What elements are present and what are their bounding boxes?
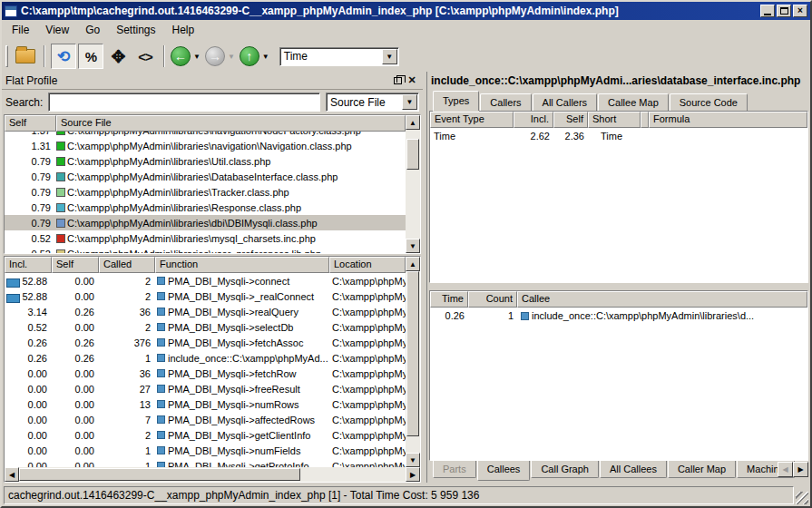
function-table-hscrollbar[interactable]: ◀ ▶ bbox=[5, 467, 420, 482]
chevron-down-icon[interactable]: ▼ bbox=[402, 94, 417, 110]
column-header-count[interactable]: Count bbox=[468, 291, 517, 308]
resize-grip-icon[interactable] bbox=[796, 492, 808, 504]
source-file-row[interactable]: 0.79C:\xampp\phpMyAdmin\libraries\Util.c… bbox=[5, 153, 406, 169]
column-header-function[interactable]: Function bbox=[155, 257, 329, 273]
tab-types[interactable]: Types bbox=[433, 91, 479, 111]
event-type-select[interactable]: Time ▼ bbox=[279, 47, 399, 66]
function-table-vscrollbar[interactable]: ▲ ▼ bbox=[406, 257, 420, 467]
column-header-time[interactable]: Time bbox=[430, 291, 468, 308]
column-header-empty[interactable] bbox=[641, 112, 649, 128]
source-file-row[interactable]: 1.37C:\xampp\phpMyAdmin\libraries\naviga… bbox=[5, 132, 406, 138]
function-row[interactable]: 0.000.007PMA_DBI_Mysqli->affectedRowsC:\… bbox=[5, 412, 406, 427]
scrollbar-thumb[interactable] bbox=[19, 468, 300, 481]
types-table: Event Type Incl. Self Short Formula Time… bbox=[429, 111, 808, 283]
column-header-self[interactable]: Self bbox=[5, 115, 56, 132]
function-row[interactable]: 0.260.261include_once::C:\xampp\phpMyAd.… bbox=[5, 350, 406, 366]
scroll-down-icon[interactable]: ▼ bbox=[406, 453, 420, 467]
tab-callee-map[interactable]: Callee Map bbox=[598, 93, 669, 111]
scrollbar-thumb[interactable] bbox=[406, 271, 419, 436]
float-panel-button[interactable] bbox=[390, 74, 405, 87]
forward-dropdown-arrow-icon: ▼ bbox=[228, 53, 235, 61]
tab-callees[interactable]: Callees bbox=[477, 461, 531, 481]
reload-button[interactable]: ⟲ bbox=[51, 44, 76, 69]
tab-caller-map[interactable]: Caller Map bbox=[668, 461, 736, 478]
function-row[interactable]: 52.880.002PMA_DBI_Mysqli->_realConnectC:… bbox=[5, 288, 406, 304]
scrollbar-track[interactable] bbox=[300, 467, 406, 482]
function-row[interactable]: 0.000.002PMA_DBI_Mysqli->getClientInfoC:… bbox=[5, 427, 406, 443]
self-cost-cell: 0.79 bbox=[5, 171, 56, 182]
up-dropdown-arrow-icon[interactable]: ▼ bbox=[262, 53, 269, 61]
source-file-row[interactable]: 0.79C:\xampp\phpMyAdmin\libraries\Tracke… bbox=[5, 184, 406, 200]
cost-bar-icon bbox=[6, 278, 20, 288]
menu-settings[interactable]: Settings bbox=[108, 21, 163, 39]
column-header-event-type[interactable]: Event Type bbox=[430, 112, 514, 128]
function-row[interactable]: 0.000.0036PMA_DBI_Mysqli->fetchRowC:\xam… bbox=[5, 366, 406, 381]
function-row[interactable]: 3.140.2636PMA_DBI_Mysqli->realQueryC:\xa… bbox=[5, 304, 406, 319]
function-row[interactable]: 0.000.0027PMA_DBI_Mysqli->freeResultC:\x… bbox=[5, 381, 406, 396]
types-table-row[interactable]: Time 2.62 2.36 Time bbox=[430, 128, 807, 144]
function-name: PMA_DBI_Mysqli->affectedRows bbox=[168, 415, 315, 425]
cycle-detection-button[interactable]: <> bbox=[132, 44, 158, 69]
group-by-select[interactable]: Source File ▼ bbox=[326, 93, 419, 112]
tab-source-code[interactable]: Source Code bbox=[670, 93, 748, 111]
self-cost-cell: 1.31 bbox=[5, 141, 56, 151]
tab-all-callees[interactable]: All Callees bbox=[600, 461, 667, 478]
source-file-row[interactable]: 1.31C:\xampp\phpMyAdmin\libraries\naviga… bbox=[5, 138, 406, 153]
menu-go[interactable]: Go bbox=[77, 21, 108, 39]
up-button[interactable]: ↑ bbox=[240, 46, 259, 66]
scrollbar-track[interactable] bbox=[406, 170, 420, 239]
column-header-incl[interactable]: Incl. bbox=[5, 257, 52, 273]
search-input[interactable] bbox=[48, 93, 320, 112]
back-dropdown-arrow-icon[interactable]: ▼ bbox=[193, 53, 201, 61]
column-header-location[interactable]: Location bbox=[329, 257, 406, 273]
source-file-row[interactable]: 0.79C:\xampp\phpMyAdmin\libraries\dbi\DB… bbox=[5, 215, 406, 230]
menu-view[interactable]: View bbox=[37, 21, 77, 39]
function-row[interactable]: 0.000.001PMA_DBI_Mysqli->numFieldsC:\xam… bbox=[5, 443, 406, 458]
scroll-left-icon[interactable]: ◀ bbox=[5, 467, 19, 482]
tab-call-graph[interactable]: Call Graph bbox=[531, 461, 599, 478]
function-name: PMA_DBI_Mysqli->fetchRow bbox=[168, 368, 297, 379]
column-header-called[interactable]: Called bbox=[99, 257, 155, 273]
file-path: C:\xampp\phpMyAdmin\libraries\DatabaseIn… bbox=[67, 171, 338, 182]
tab-all-callers[interactable]: All Callers bbox=[533, 93, 598, 111]
function-row[interactable]: 52.880.002PMA_DBI_Mysqli->connectC:\xamp… bbox=[5, 273, 406, 288]
scroll-right-icon[interactable]: ▶ bbox=[406, 467, 420, 482]
function-row[interactable]: 0.260.26376PMA_DBI_Mysqli->fetchAssocC:\… bbox=[5, 335, 406, 350]
self-cost-cell: 0.52 bbox=[5, 233, 56, 244]
relative-to-parent-button[interactable]: ✥ bbox=[105, 44, 131, 69]
close-panel-button[interactable]: ✕ bbox=[405, 74, 419, 87]
tab-callers[interactable]: Callers bbox=[480, 93, 531, 111]
column-header-self[interactable]: Self bbox=[553, 112, 588, 128]
function-row[interactable]: 0.520.002PMA_DBI_Mysqli->selectDbC:\xamp… bbox=[5, 319, 406, 335]
function-row[interactable]: 0.000.0013PMA_DBI_Mysqli->numRowsC:\xamp… bbox=[5, 396, 406, 412]
scroll-down-icon[interactable]: ▼ bbox=[406, 239, 420, 253]
function-row[interactable]: 0.000.001PMA_DBI_Mysqli->getProtoInfoC:\… bbox=[5, 458, 406, 467]
menu-file[interactable]: File bbox=[4, 21, 37, 39]
file-table-vscrollbar[interactable]: ▲ ▼ bbox=[406, 115, 420, 253]
maximize-button[interactable] bbox=[777, 5, 791, 17]
close-button[interactable]: × bbox=[793, 5, 807, 17]
column-header-incl[interactable]: Incl. bbox=[514, 112, 553, 128]
callee-row[interactable]: 0.26 1 include_once::C:\xampp\phpMyAdmin… bbox=[430, 308, 807, 324]
column-header-formula[interactable]: Formula bbox=[649, 112, 807, 128]
called-cell: 2 bbox=[99, 276, 155, 287]
column-header-source-file[interactable]: Source File bbox=[56, 115, 406, 132]
tab-scroll-right-icon[interactable]: ▶ bbox=[793, 462, 808, 477]
source-file-row[interactable]: 0.79C:\xampp\phpMyAdmin\libraries\Respon… bbox=[5, 200, 406, 215]
scrollbar-thumb[interactable] bbox=[406, 139, 419, 170]
relative-percent-button[interactable]: % bbox=[78, 44, 103, 69]
chevron-down-icon[interactable]: ▼ bbox=[382, 49, 397, 64]
column-header-callee[interactable]: Callee bbox=[517, 291, 807, 308]
source-file-row[interactable]: 0.52C:\xampp\phpMyAdmin\libraries\user_p… bbox=[5, 246, 406, 253]
column-header-short[interactable]: Short bbox=[588, 112, 641, 128]
source-file-row[interactable]: 0.52C:\xampp\phpMyAdmin\libraries\mysql_… bbox=[5, 230, 406, 246]
open-file-button[interactable] bbox=[13, 44, 38, 69]
back-button[interactable]: ← bbox=[171, 46, 191, 66]
menu-help[interactable]: Help bbox=[164, 21, 203, 39]
column-header-self[interactable]: Self bbox=[52, 257, 99, 273]
toolbar-handle[interactable] bbox=[5, 45, 8, 67]
scroll-up-icon[interactable]: ▲ bbox=[406, 115, 420, 130]
source-file-row[interactable]: 0.79C:\xampp\phpMyAdmin\libraries\Databa… bbox=[5, 169, 406, 184]
minimize-button[interactable] bbox=[760, 5, 775, 17]
scroll-up-icon[interactable]: ▲ bbox=[406, 257, 420, 271]
